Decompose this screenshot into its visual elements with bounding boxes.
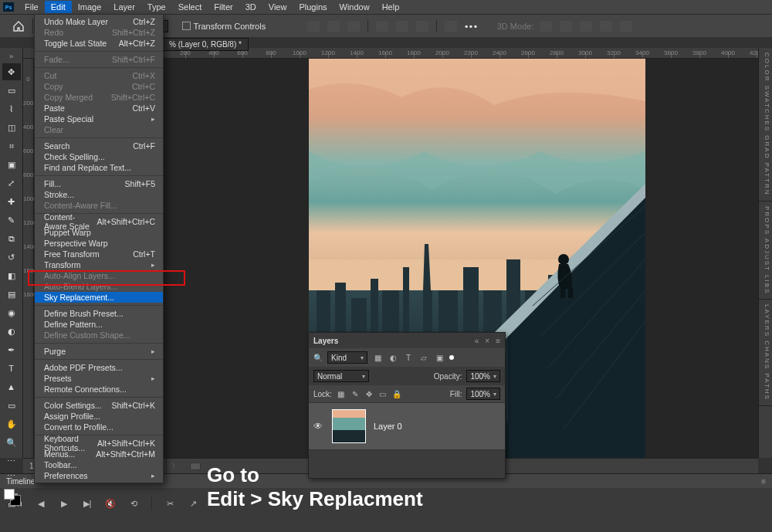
mute-icon[interactable]: 🔇	[105, 498, 116, 509]
lock-transparent-icon[interactable]: ▦	[337, 389, 346, 398]
align-bottom-icon[interactable]	[416, 21, 428, 32]
object-select-tool[interactable]: ◫	[2, 119, 21, 136]
orbit-3d-icon[interactable]	[560, 21, 572, 32]
menu-image[interactable]: Image	[72, 1, 108, 13]
next-frame-icon[interactable]: ▶|	[82, 498, 93, 509]
menu-plugins[interactable]: Plugins	[293, 1, 333, 13]
align-middle-icon[interactable]	[396, 21, 408, 32]
menu-item-fill-[interactable]: Fill...Shift+F5	[35, 178, 163, 189]
gradient-tool[interactable]: ▤	[2, 286, 21, 303]
prev-frame-icon[interactable]: ◀	[36, 498, 46, 509]
filter-pixel-icon[interactable]: ▦	[372, 353, 383, 362]
menu-item-assign-profile-[interactable]: Assign Profile...	[35, 411, 163, 422]
menu-item-toggle-last-state[interactable]: Toggle Last StateAlt+Ctrl+Z	[35, 38, 163, 49]
menu-select[interactable]: Select	[172, 1, 208, 13]
transition-icon[interactable]: ↗	[188, 498, 198, 509]
menu-item-toolbar-[interactable]: Toolbar...	[35, 459, 163, 470]
edit-toolbar-tool[interactable]: ⋯	[2, 452, 21, 469]
transform-controls-checkbox[interactable]	[182, 22, 191, 30]
menu-item-paste-special[interactable]: Paste Special▸	[35, 114, 163, 124]
history-brush-tool[interactable]: ↺	[2, 249, 21, 266]
status-menu-chevron-icon[interactable]: 〉	[167, 461, 184, 472]
menu-item-define-brush-preset-[interactable]: Define Brush Preset...	[35, 308, 163, 319]
document-tab[interactable]: % (Layer 0, RGB/8) *	[162, 38, 249, 51]
visibility-toggle-icon[interactable]: 👁	[313, 421, 324, 432]
menu-item-redo[interactable]: RedoShift+Ctrl+Z	[35, 27, 163, 38]
lock-position-icon[interactable]: ✥	[364, 389, 374, 398]
menu-item-preferences[interactable]: Preferences▸	[35, 470, 163, 481]
fill-input[interactable]: 100%▾	[466, 388, 500, 400]
brush-tool[interactable]: ✎	[2, 212, 21, 229]
menu-item-define-pattern-[interactable]: Define Pattern...	[35, 319, 163, 330]
pen-tool[interactable]: ✒	[2, 341, 21, 358]
align-left-icon[interactable]	[307, 21, 320, 32]
menu-item-content-aware-fill-[interactable]: Content-Aware Fill...	[35, 200, 163, 211]
menu-3d[interactable]: 3D	[239, 1, 262, 13]
lock-artboard-icon[interactable]: ▭	[378, 389, 388, 398]
filter-adjust-icon[interactable]: ◐	[388, 353, 398, 362]
menu-file[interactable]: File	[19, 1, 45, 13]
zoom-tool[interactable]: 🔍	[2, 434, 21, 451]
menu-item-clear[interactable]: Clear	[35, 124, 163, 135]
blend-mode-dropdown[interactable]: Normal▾	[313, 370, 369, 382]
menu-item-remote-connections-[interactable]: Remote Connections...	[35, 384, 163, 395]
menu-window[interactable]: Window	[334, 1, 376, 13]
menu-item-paste[interactable]: PasteCtrl+V	[35, 103, 163, 114]
menu-item-copy[interactable]: CopyCtrl+C	[35, 81, 163, 92]
search-icon[interactable]: 🔍	[313, 354, 323, 362]
clone-tool[interactable]: ⧉	[2, 230, 21, 247]
lasso-tool[interactable]: ⌇	[2, 100, 21, 117]
distribute-h-icon[interactable]	[445, 21, 457, 32]
foreground-swatch[interactable]	[4, 489, 15, 500]
more-options-icon[interactable]: •••	[465, 22, 479, 31]
type-tool[interactable]: T	[2, 360, 21, 377]
align-center-h-icon[interactable]	[327, 21, 340, 32]
healing-tool[interactable]: ✚	[2, 193, 21, 210]
path-select-tool[interactable]: ▲	[2, 378, 21, 395]
crop-tool[interactable]: ⌗	[2, 137, 21, 154]
eraser-tool[interactable]: ◧	[2, 267, 21, 284]
layer-thumbnail[interactable]	[332, 409, 366, 443]
menu-layer[interactable]: Layer	[107, 1, 141, 13]
panel-close-icon[interactable]: ×	[485, 337, 489, 345]
rectangle-tool[interactable]: ▭	[2, 397, 21, 414]
layer-filter-dropdown[interactable]: Kind▾	[327, 351, 367, 364]
menu-item-define-custom-shape-[interactable]: Define Custom Shape...	[35, 330, 163, 341]
menu-item-purge[interactable]: Purge▸	[35, 346, 163, 357]
layers-panel[interactable]: Layers « × ≡ 🔍 Kind▾ ▦ ◐ T ▱ ▣ Normal▾ O…	[308, 332, 506, 479]
play-icon[interactable]: ▶	[59, 498, 69, 509]
menu-item-transform[interactable]: Transform▸	[35, 259, 163, 270]
h-scroll-thumb[interactable]	[190, 463, 201, 470]
scale-3d-icon[interactable]	[620, 21, 632, 32]
filter-type-icon[interactable]: T	[403, 353, 414, 362]
hand-tool[interactable]: ✋	[2, 415, 21, 432]
panel-menu-icon[interactable]: ≡	[496, 337, 500, 345]
panel-group[interactable]: COLOR SWATCHES GRAD PATTRN	[759, 48, 772, 202]
blur-tool[interactable]: ◉	[2, 304, 21, 321]
timeline-menu-icon[interactable]: ≡	[761, 477, 766, 486]
filter-smart-icon[interactable]: ▣	[434, 353, 445, 362]
toolbox-collapse-icon[interactable]: »	[9, 53, 13, 60]
menu-item-puppet-warp[interactable]: Puppet Warp	[35, 227, 163, 238]
filter-shape-icon[interactable]: ▱	[418, 353, 429, 362]
menu-filter[interactable]: Filter	[208, 1, 239, 13]
loop-icon[interactable]: ⟲	[128, 498, 139, 509]
slide-3d-icon[interactable]	[600, 21, 612, 32]
menu-item-find-and-replace-text-[interactable]: Find and Replace Text...	[35, 162, 163, 173]
split-icon[interactable]: ✂	[164, 498, 175, 509]
ellipsis-tool-icon[interactable]: ⋯	[2, 471, 21, 481]
panel-collapse-icon[interactable]: «	[475, 337, 479, 345]
menu-item-cut[interactable]: CutCtrl+X	[35, 70, 163, 81]
move-tool[interactable]: ✥	[2, 63, 21, 80]
marquee-tool[interactable]: ▭	[2, 82, 21, 99]
menu-item-convert-to-profile-[interactable]: Convert to Profile...	[35, 422, 163, 432]
filter-toggle-icon[interactable]	[449, 355, 454, 360]
menu-help[interactable]: Help	[376, 1, 406, 13]
layer-name[interactable]: Layer 0	[374, 422, 402, 431]
opacity-input[interactable]: 100%▾	[466, 370, 500, 382]
menu-item-search[interactable]: SearchCtrl+F	[35, 141, 163, 151]
menu-item-undo-make-layer[interactable]: Undo Make LayerCtrl+Z	[35, 16, 163, 27]
home-icon[interactable]	[12, 21, 25, 32]
menu-item-free-transform[interactable]: Free TransformCtrl+T	[35, 249, 163, 259]
menu-item-color-settings-[interactable]: Color Settings...Shift+Ctrl+K	[35, 400, 163, 411]
